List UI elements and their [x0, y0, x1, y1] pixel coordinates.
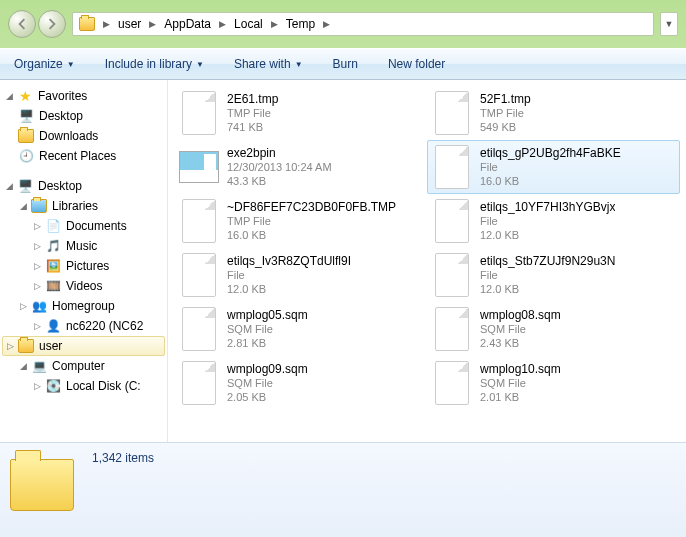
file-size: 43.3 KB [227, 175, 332, 189]
document-icon [179, 197, 219, 245]
file-item[interactable]: wmplog08.sqmSQM File2.43 KB [427, 302, 680, 356]
newfolder-label: New folder [388, 57, 445, 71]
sidebar-item-downloads[interactable]: Downloads [0, 126, 167, 146]
file-item[interactable]: wmplog05.sqmSQM File2.81 KB [174, 302, 427, 356]
expand-icon: ▷ [18, 301, 29, 312]
favorites-label: Favorites [38, 89, 87, 103]
favorites-header[interactable]: ◢★Favorites [0, 86, 167, 106]
sidebar-item-label: Recent Places [39, 149, 116, 163]
file-meta: etilqs_Iv3R8ZQTdUlfl9IFile12.0 KB [227, 254, 351, 297]
breadcrumb[interactable]: ▶ user ▶ AppData ▶ Local ▶ Temp ▶ [72, 12, 654, 36]
document-icon [432, 251, 472, 299]
libraries-label: Libraries [52, 199, 98, 213]
file-item[interactable]: etilqs_Iv3R8ZQTdUlfl9IFile12.0 KB [174, 248, 427, 302]
file-item[interactable]: exe2bpin12/30/2013 10:24 AM43.3 KB [174, 140, 427, 194]
sidebar-item-pictures[interactable]: ▷🖼️Pictures [0, 256, 167, 276]
document-icon [179, 89, 219, 137]
breadcrumb-segment[interactable]: Local [230, 15, 267, 33]
drive-icon: 💽 [45, 378, 61, 394]
file-meta: exe2bpin12/30/2013 10:24 AM43.3 KB [227, 146, 332, 189]
main-body: ◢★Favorites 🖥️Desktop Downloads 🕘Recent … [0, 80, 686, 442]
file-name: etilqs_gP2UBg2fh4FaBKE [480, 146, 621, 161]
sidebar-item-user[interactable]: ▷user [2, 336, 165, 356]
sidebar-item-label: Pictures [66, 259, 109, 273]
collapse-icon: ◢ [4, 181, 15, 192]
file-size: 12.0 KB [480, 229, 615, 243]
document-icon [179, 359, 219, 407]
new-folder-button[interactable]: New folder [382, 53, 451, 75]
file-meta: 2E61.tmpTMP File741 KB [227, 92, 278, 135]
file-item[interactable]: 52F1.tmpTMP File549 KB [427, 86, 680, 140]
file-meta: ~DF86FEF7C23DB0F0FB.TMPTMP File16.0 KB [227, 200, 396, 243]
file-size: 741 KB [227, 121, 278, 135]
file-size: 12.0 KB [480, 283, 615, 297]
desktop-header[interactable]: ◢🖥️Desktop [0, 176, 167, 196]
chevron-right-icon[interactable]: ▶ [219, 19, 226, 29]
sidebar-item-label: Desktop [39, 109, 83, 123]
details-pane: 1,342 items [0, 442, 686, 537]
breadcrumb-segment[interactable]: user [114, 15, 145, 33]
desktop-label: Desktop [38, 179, 82, 193]
file-size: 2.01 KB [480, 391, 561, 405]
file-meta: etilqs_10YF7HI3hYGBvjxFile12.0 KB [480, 200, 615, 243]
file-item[interactable]: 2E61.tmpTMP File741 KB [174, 86, 427, 140]
file-type: TMP File [480, 107, 531, 121]
sidebar-item-documents[interactable]: ▷📄Documents [0, 216, 167, 236]
libraries-header[interactable]: ◢Libraries [0, 196, 167, 216]
include-label: Include in library [105, 57, 192, 71]
organize-label: Organize [14, 57, 63, 71]
file-type: 12/30/2013 10:24 AM [227, 161, 332, 175]
file-size: 16.0 KB [480, 175, 621, 189]
back-button[interactable] [8, 10, 36, 38]
sidebar-item-videos[interactable]: ▷🎞️Videos [0, 276, 167, 296]
file-name: 52F1.tmp [480, 92, 531, 107]
expand-icon: ▷ [32, 321, 43, 332]
file-list[interactable]: 2E61.tmpTMP File741 KB52F1.tmpTMP File54… [168, 80, 686, 442]
sidebar-item-label: Documents [66, 219, 127, 233]
chevron-right-icon[interactable]: ▶ [103, 19, 110, 29]
sidebar-item-localdisk[interactable]: ▷💽Local Disk (C: [0, 376, 167, 396]
nav-buttons [8, 10, 66, 38]
file-size: 2.05 KB [227, 391, 308, 405]
file-item[interactable]: etilqs_10YF7HI3hYGBvjxFile12.0 KB [427, 194, 680, 248]
file-size: 2.43 KB [480, 337, 561, 351]
file-name: 2E61.tmp [227, 92, 278, 107]
computer-header[interactable]: ◢💻Computer [0, 356, 167, 376]
file-type: File [480, 161, 621, 175]
file-item[interactable]: etilqs_gP2UBg2fh4FaBKEFile16.0 KB [427, 140, 680, 194]
file-meta: etilqs_gP2UBg2fh4FaBKEFile16.0 KB [480, 146, 621, 189]
breadcrumb-segment[interactable]: Temp [282, 15, 319, 33]
sidebar-item-nc6220[interactable]: ▷👤nc6220 (NC62 [0, 316, 167, 336]
chevron-right-icon[interactable]: ▶ [149, 19, 156, 29]
file-meta: wmplog10.sqmSQM File2.01 KB [480, 362, 561, 405]
chevron-right-icon[interactable]: ▶ [271, 19, 278, 29]
include-library-button[interactable]: Include in library▼ [99, 53, 210, 75]
sidebar-item-desktop[interactable]: 🖥️Desktop [0, 106, 167, 126]
toolbar: Organize▼ Include in library▼ Share with… [0, 48, 686, 80]
homegroup-icon: 👥 [31, 298, 47, 314]
user-icon: 👤 [45, 318, 61, 334]
image-thumbnail-icon [179, 143, 219, 191]
computer-icon: 💻 [31, 358, 47, 374]
file-item[interactable]: etilqs_Stb7ZUJf9N29u3NFile12.0 KB [427, 248, 680, 302]
sidebar-item-music[interactable]: ▷🎵Music [0, 236, 167, 256]
address-dropdown[interactable]: ▼ [660, 12, 678, 36]
sidebar-item-recent[interactable]: 🕘Recent Places [0, 146, 167, 166]
file-type: TMP File [227, 215, 396, 229]
file-size: 16.0 KB [227, 229, 396, 243]
file-item[interactable]: wmplog10.sqmSQM File2.01 KB [427, 356, 680, 410]
navigation-pane: ◢★Favorites 🖥️Desktop Downloads 🕘Recent … [0, 80, 168, 442]
breadcrumb-segment[interactable]: AppData [160, 15, 215, 33]
sidebar-item-label: nc6220 (NC62 [66, 319, 143, 333]
chevron-right-icon[interactable]: ▶ [323, 19, 330, 29]
share-button[interactable]: Share with▼ [228, 53, 309, 75]
burn-button[interactable]: Burn [327, 53, 364, 75]
file-item[interactable]: wmplog09.sqmSQM File2.05 KB [174, 356, 427, 410]
sidebar-item-homegroup[interactable]: ▷👥Homegroup [0, 296, 167, 316]
expand-icon: ▷ [32, 241, 43, 252]
file-type: File [227, 269, 351, 283]
document-icon [179, 251, 219, 299]
file-item[interactable]: ~DF86FEF7C23DB0F0FB.TMPTMP File16.0 KB [174, 194, 427, 248]
organize-button[interactable]: Organize▼ [8, 53, 81, 75]
forward-button[interactable] [38, 10, 66, 38]
